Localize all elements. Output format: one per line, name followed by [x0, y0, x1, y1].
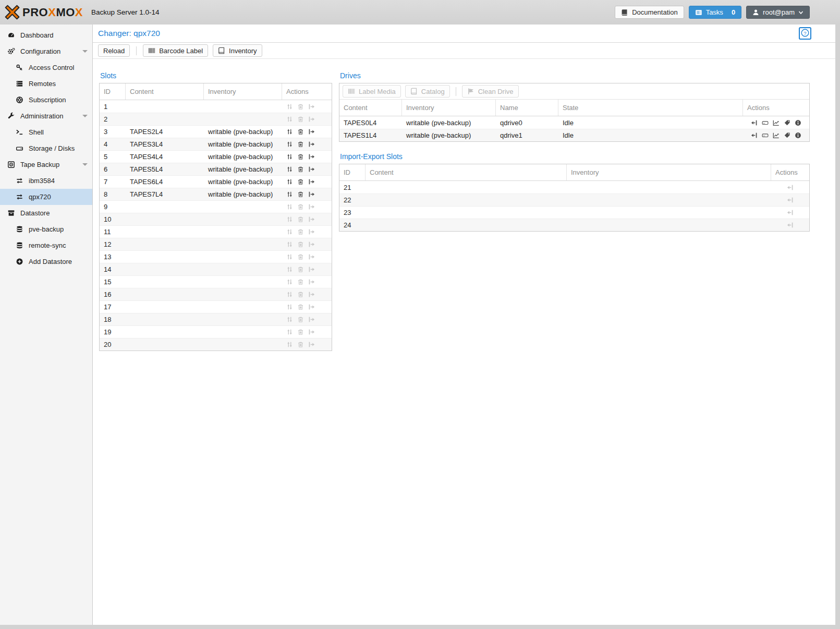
export-icon[interactable]: [308, 128, 315, 135]
collapse-arrow-icon[interactable]: [82, 50, 88, 53]
table-row[interactable]: 9: [100, 200, 332, 213]
table-row[interactable]: 6TAPES5L4writable (pve-backup): [100, 163, 332, 175]
table-row[interactable]: 4TAPES3L4writable (pve-backup): [100, 138, 332, 150]
column-header-name[interactable]: Name: [496, 100, 558, 116]
table-row[interactable]: 1: [100, 100, 332, 113]
tag-icon[interactable]: [784, 132, 790, 139]
collapse-arrow-icon[interactable]: [82, 115, 88, 117]
column-header-actions[interactable]: Actions: [771, 164, 809, 180]
sidebar-item-access-control[interactable]: Access Control: [0, 59, 92, 76]
column-header-content[interactable]: Content: [126, 83, 204, 100]
table-row[interactable]: 21: [339, 181, 809, 193]
table-row[interactable]: 18: [100, 313, 332, 325]
column-header-actions[interactable]: Actions: [282, 83, 332, 100]
barcode-label-button[interactable]: Barcode Label: [143, 44, 208, 57]
table-row[interactable]: 22: [339, 193, 809, 206]
column-header-content[interactable]: Content: [339, 100, 402, 116]
trash-icon[interactable]: [297, 141, 304, 148]
export-icon[interactable]: [308, 191, 315, 198]
info-icon[interactable]: [795, 132, 801, 139]
unload-icon[interactable]: [751, 132, 758, 139]
column-header-inventory[interactable]: Inventory: [402, 100, 496, 116]
table-row[interactable]: 11: [100, 225, 332, 238]
sidebar-item-storage-disks[interactable]: Storage / Disks: [0, 140, 92, 156]
table-row[interactable]: 24: [339, 219, 809, 231]
table-row[interactable]: 5TAPES4L4writable (pve-backup): [100, 150, 332, 163]
column-header-inventory[interactable]: Inventory: [567, 164, 771, 180]
column-header-id[interactable]: ID: [339, 164, 366, 180]
unload-icon[interactable]: [751, 119, 758, 126]
table-row[interactable]: 16: [100, 288, 332, 300]
trash-icon[interactable]: [297, 191, 304, 198]
sidebar-item-dashboard[interactable]: Dashboard: [0, 27, 92, 43]
sidebar-item-subscription[interactable]: Subscription: [0, 92, 92, 108]
sidebar-item-qpx720[interactable]: qpx720: [0, 189, 92, 205]
table-row[interactable]: 14: [100, 263, 332, 275]
table-row[interactable]: 19: [100, 325, 332, 338]
table-row[interactable]: TAPES1L4writable (pve-backup)qdrive1Idle: [339, 129, 809, 141]
table-row[interactable]: 10: [100, 213, 332, 225]
table-row[interactable]: TAPES0L4writable (pve-backup)qdrive0Idle: [339, 116, 809, 129]
column-header-state[interactable]: State: [558, 100, 743, 116]
table-row[interactable]: 12: [100, 238, 332, 250]
collapse-arrow-icon[interactable]: [82, 163, 88, 166]
export-icon[interactable]: [308, 153, 315, 160]
user-menu-button[interactable]: root@pam: [746, 6, 810, 19]
hdd-icon[interactable]: [762, 119, 769, 126]
table-row[interactable]: 20: [100, 338, 332, 350]
move-icon[interactable]: [286, 178, 293, 185]
trash-icon[interactable]: [297, 166, 304, 173]
sidebar-item-add-datastore[interactable]: Add Datastore: [0, 253, 92, 270]
catalog-button[interactable]: Catalog: [405, 85, 450, 98]
trash-icon[interactable]: [297, 128, 304, 135]
export-icon: [308, 279, 315, 285]
table-row[interactable]: 23: [339, 206, 809, 219]
table-row[interactable]: 3TAPES2L4writable (pve-backup): [100, 125, 332, 138]
table-row[interactable]: 8TAPES7L4writable (pve-backup): [100, 188, 332, 200]
sidebar-item-remote-sync[interactable]: remote-sync: [0, 237, 92, 253]
move-icon[interactable]: [286, 166, 293, 173]
table-row[interactable]: 2: [100, 113, 332, 125]
info-icon[interactable]: [795, 119, 801, 126]
column-header-content[interactable]: Content: [366, 164, 567, 180]
documentation-button[interactable]: Documentation: [615, 6, 684, 19]
move-icon[interactable]: [286, 153, 293, 160]
sidebar-item-administration[interactable]: Administration: [0, 108, 92, 124]
sidebar-item-datastore[interactable]: Datastore: [0, 205, 92, 221]
sidebar-item-remotes[interactable]: Remotes: [0, 76, 92, 92]
column-header-actions[interactable]: Actions: [743, 100, 809, 116]
table-row[interactable]: 7TAPES6L4writable (pve-backup): [100, 175, 332, 188]
help-button[interactable]: ?: [799, 27, 811, 40]
label-media-button[interactable]: Label Media: [343, 85, 401, 98]
trash-icon[interactable]: [297, 153, 304, 160]
tasks-button[interactable]: Tasks 0: [689, 6, 741, 19]
move-icon[interactable]: [286, 191, 293, 198]
chart-icon[interactable]: [773, 119, 780, 126]
move-icon[interactable]: [286, 141, 293, 148]
sidebar-item-pve-backup[interactable]: pve-backup: [0, 221, 92, 237]
export-icon[interactable]: [308, 141, 315, 148]
trash-icon[interactable]: [297, 178, 304, 185]
export-icon[interactable]: [308, 178, 315, 185]
hdd-icon[interactable]: [762, 132, 769, 139]
table-row[interactable]: 17: [100, 300, 332, 313]
row-actions: [282, 228, 332, 235]
inventory-button[interactable]: Inventory: [213, 44, 262, 57]
sidebar-item-ibm3584[interactable]: ibm3584: [0, 173, 92, 189]
exchange-icon: [15, 177, 24, 185]
table-row[interactable]: 13: [100, 250, 332, 263]
sidebar-item-tape-backup[interactable]: Tape Backup: [0, 156, 92, 173]
tag-icon[interactable]: [784, 119, 790, 126]
grid-header: ContentInventoryNameStateActions: [339, 100, 809, 116]
column-header-inventory[interactable]: Inventory: [204, 83, 282, 100]
column-header-id[interactable]: ID: [100, 83, 126, 100]
table-row[interactable]: 15: [100, 275, 332, 288]
chart-icon[interactable]: [773, 132, 780, 139]
sidebar-item-configuration[interactable]: Configuration: [0, 43, 92, 59]
export-icon[interactable]: [308, 166, 315, 173]
reload-button[interactable]: Reload: [98, 44, 130, 57]
move-icon[interactable]: [286, 128, 293, 135]
clean-drive-button[interactable]: Clean Drive: [462, 85, 519, 98]
sidebar-item-shell[interactable]: Shell: [0, 124, 92, 140]
cell-state: Idle: [558, 131, 743, 139]
